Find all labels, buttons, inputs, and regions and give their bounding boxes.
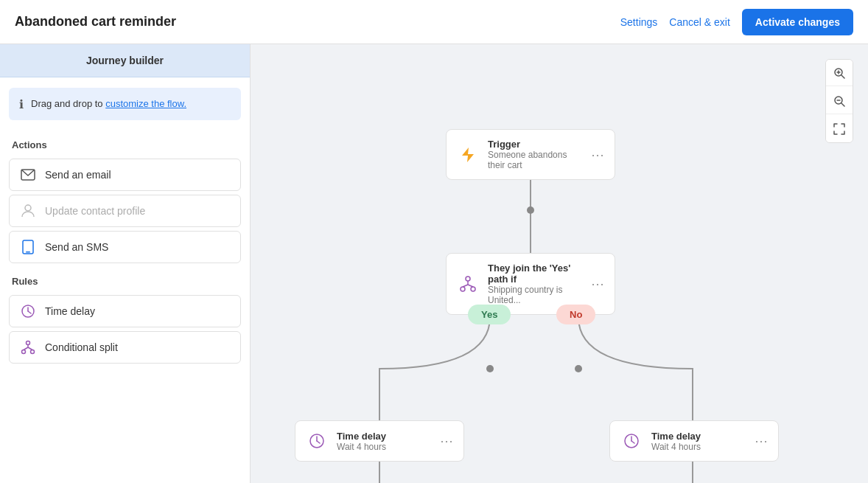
time-delay-left-node[interactable]: Time delay Wait 4 hours ⋯ [295, 420, 464, 462]
sidebar-item-conditional-split[interactable]: Conditional split [9, 331, 241, 364]
yes-branch[interactable]: Yes [468, 305, 511, 324]
svg-line-6 [28, 311, 31, 313]
cancel-button[interactable]: Cancel & exit [669, 16, 729, 28]
settings-button[interactable]: Settings [620, 16, 658, 28]
svg-point-23 [466, 277, 470, 281]
svg-point-24 [461, 287, 465, 291]
svg-point-9 [31, 350, 35, 354]
header-actions: Settings Cancel & exit Activate changes [620, 9, 853, 35]
svg-marker-22 [462, 147, 474, 162]
update-contact-label: Update contact profile [45, 205, 145, 217]
info-banner: ℹ Drag and drop to customize the flow. [9, 88, 241, 120]
sidebar-title: Journey builder [0, 44, 250, 77]
sms-icon [20, 239, 36, 255]
time-delay-left-subtitle: Wait 4 hours [337, 442, 431, 452]
trigger-node[interactable]: Trigger Someone abandons their cart ⋯ [446, 129, 615, 180]
activate-button[interactable]: Activate changes [742, 9, 853, 35]
sidebar-item-time-delay[interactable]: Time delay [9, 295, 241, 327]
sidebar-item-send-email[interactable]: Send an email [9, 159, 241, 191]
no-label: No [570, 309, 582, 320]
send-email-label: Send an email [45, 169, 111, 181]
fit-button[interactable] [826, 116, 853, 142]
svg-line-34 [631, 441, 634, 443]
svg-line-36 [841, 75, 844, 78]
time-delay-left-text: Time delay Wait 4 hours [337, 431, 431, 452]
time-delay-label: Time delay [45, 305, 95, 317]
info-icon: ℹ [19, 97, 24, 111]
svg-point-8 [22, 350, 26, 354]
email-icon [20, 167, 36, 183]
conditional-text: They join the 'Yes' path if Shipping cou… [488, 263, 582, 305]
split-icon [20, 339, 36, 355]
actions-label: Actions [0, 131, 250, 155]
svg-line-28 [468, 285, 473, 287]
time-delay-right-node[interactable]: Time delay Wait 4 hours ⋯ [609, 420, 779, 462]
clock-icon [20, 303, 36, 319]
svg-rect-3 [26, 251, 30, 253]
trigger-text: Trigger Someone abandons their cart [488, 139, 582, 170]
main-layout: Journey builder ℹ Drag and drop to custo… [0, 44, 868, 483]
header: Abandoned cart reminder Settings Cancel … [0, 0, 868, 44]
trigger-title: Trigger [488, 139, 582, 150]
zoom-in-button[interactable] [826, 60, 853, 86]
trigger-subtitle: Someone abandons their cart [488, 150, 582, 170]
canvas: Trigger Someone abandons their cart ⋯ Th… [251, 44, 868, 483]
zoom-controls [825, 59, 853, 143]
conditional-icon [457, 273, 479, 295]
time-delay-right-title: Time delay [651, 431, 746, 442]
no-branch[interactable]: No [556, 305, 595, 324]
time-delay-right-menu[interactable]: ⋯ [755, 433, 768, 449]
time-delay-right-text: Time delay Wait 4 hours [651, 431, 746, 452]
trigger-menu-button[interactable]: ⋯ [591, 147, 604, 163]
customize-link[interactable]: customize the flow. [105, 98, 186, 109]
time-delay-left-title: Time delay [337, 431, 431, 442]
time-delay-right-subtitle: Wait 4 hours [651, 442, 746, 452]
conditional-title: They join the 'Yes' path if [488, 263, 582, 285]
svg-point-7 [27, 341, 30, 345]
svg-point-17 [486, 365, 494, 372]
page-title: Abandoned cart reminder [15, 14, 176, 29]
svg-point-19 [527, 206, 534, 214]
svg-point-25 [471, 287, 475, 291]
conditional-menu-button[interactable]: ⋯ [591, 276, 604, 292]
sidebar: Journey builder ℹ Drag and drop to custo… [0, 44, 251, 483]
send-sms-label: Send an SMS [45, 241, 108, 253]
conditional-split-label: Conditional split [45, 341, 118, 353]
sidebar-item-send-sms[interactable]: Send an SMS [9, 231, 241, 263]
svg-line-40 [841, 103, 844, 106]
yes-label: Yes [481, 309, 497, 320]
svg-point-18 [575, 365, 582, 372]
time-delay-left-icon [306, 430, 328, 452]
trigger-icon [457, 144, 479, 166]
time-delay-right-icon [620, 430, 643, 452]
info-text: Drag and drop to customize the flow. [31, 97, 186, 111]
svg-line-27 [463, 285, 468, 287]
svg-line-11 [24, 347, 28, 350]
rules-label: Rules [0, 267, 250, 291]
svg-point-1 [25, 205, 31, 211]
conditional-subtitle: Shipping country is United... [488, 285, 582, 305]
time-delay-left-menu[interactable]: ⋯ [440, 433, 453, 449]
person-icon [20, 203, 36, 219]
zoom-out-button[interactable] [826, 88, 853, 114]
sidebar-item-update-contact[interactable]: Update contact profile [9, 195, 241, 227]
svg-line-31 [317, 441, 320, 443]
svg-line-12 [28, 347, 32, 350]
